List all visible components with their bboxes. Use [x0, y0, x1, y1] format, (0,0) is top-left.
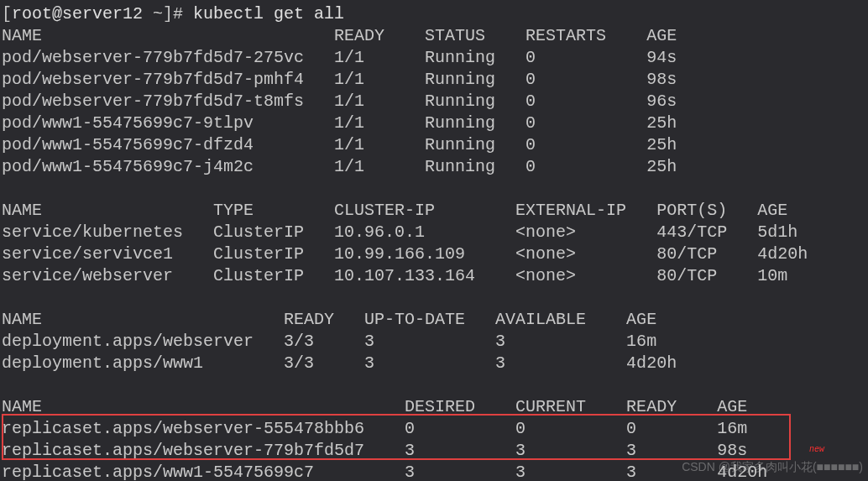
pod-row: pod/webserver-779b7fd5d7-pmhf4 1/1 Runni… — [2, 69, 866, 91]
prompt-close: ]# — [163, 4, 183, 24]
pod-row: pod/webserver-779b7fd5d7-275vc 1/1 Runni… — [2, 47, 866, 69]
blank-line — [2, 287, 866, 309]
services-table: NAME TYPE CLUSTER-IP EXTERNAL-IP PORT(S)… — [2, 200, 866, 287]
pod-row: pod/www1-55475699c7-j4m2c 1/1 Running 0 … — [2, 156, 866, 178]
prompt-path: ~ — [143, 4, 163, 24]
pod-header: NAME READY STATUS RESTARTS AGE — [2, 25, 866, 47]
pod-row: pod/www1-55475699c7-dfzd4 1/1 Running 0 … — [2, 134, 866, 156]
command-text[interactable]: kubectl get all — [183, 4, 344, 24]
service-row: service/webserver ClusterIP 10.107.133.1… — [2, 265, 866, 287]
prompt-line: [root@server12 ~]# kubectl get all — [2, 3, 866, 25]
service-row: service/servivce1 ClusterIP 10.99.166.10… — [2, 243, 866, 265]
pod-row: pod/webserver-779b7fd5d7-t8mfs 1/1 Runni… — [2, 91, 866, 112]
prompt-userhost: root@server12 — [12, 4, 143, 24]
service-header: NAME TYPE CLUSTER-IP EXTERNAL-IP PORT(S)… — [2, 200, 866, 222]
replicaset-row: replicaset.apps/webserver-555478bbb6 0 0… — [2, 418, 866, 440]
pod-row: pod/www1-55475699c7-9tlpv 1/1 Running 0 … — [2, 112, 866, 134]
blank-line — [2, 374, 866, 396]
watermark: CSDN @我家多肉叫小花(■■■■■■) — [682, 459, 863, 474]
replicaset-header: NAME DESIRED CURRENT READY AGE — [2, 396, 866, 418]
new-badge: new — [809, 444, 824, 455]
deployment-row: deployment.apps/webserver 3/3 3 3 16m — [2, 331, 866, 353]
prompt-open: [ — [2, 4, 12, 24]
deployment-row: deployment.apps/www1 3/3 3 3 4d20h — [2, 353, 866, 374]
pods-table: NAME READY STATUS RESTARTS AGE pod/webse… — [2, 25, 866, 178]
deployment-header: NAME READY UP-TO-DATE AVAILABLE AGE — [2, 309, 866, 331]
deployments-table: NAME READY UP-TO-DATE AVAILABLE AGE depl… — [2, 309, 866, 374]
service-row: service/kubernetes ClusterIP 10.96.0.1 <… — [2, 222, 866, 243]
blank-line — [2, 178, 866, 200]
